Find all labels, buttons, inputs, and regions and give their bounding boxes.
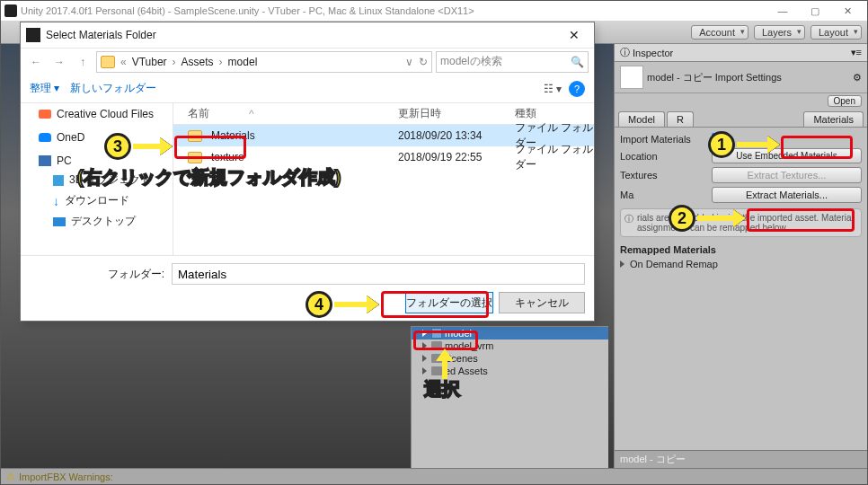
sidebar-item-3d[interactable]: 3D オブジェクト: [21, 170, 173, 190]
dialog-close-button[interactable]: ✕: [560, 28, 589, 42]
open-button[interactable]: Open: [828, 95, 862, 107]
folder-icon: [101, 56, 115, 68]
folder-icon: [188, 152, 202, 163]
layout-dropdown[interactable]: Layout: [810, 25, 862, 40]
sidebar-item-ccloud[interactable]: Creative Cloud Files: [21, 105, 173, 123]
download-icon: ↓: [53, 197, 59, 206]
inspector-tab-label: Inspector: [633, 48, 673, 58]
search-input[interactable]: modelの検索 🔍: [436, 51, 589, 73]
gear-icon[interactable]: ⚙: [853, 72, 862, 84]
extract-textures-button[interactable]: Extract Textures...: [712, 167, 862, 183]
chevron-right-icon: ›: [219, 56, 223, 68]
dialog-toolbar: 整理 ▾ 新しいフォルダー ☷ ▾ ?: [21, 75, 594, 103]
breadcrumb-item[interactable]: model: [228, 56, 258, 68]
sidebar-item-download[interactable]: ↓ダウンロード: [21, 190, 173, 211]
cube-icon: [53, 175, 64, 186]
file-date: 2018/09/19 22:55: [398, 151, 515, 163]
column-name[interactable]: 名前: [188, 106, 209, 121]
layers-dropdown[interactable]: Layers: [754, 25, 805, 40]
folder-label: フォルダー:: [30, 267, 164, 282]
label-import-materials: Import Materials: [620, 134, 708, 145]
expand-icon[interactable]: [620, 260, 624, 268]
prefab-icon: [431, 328, 442, 339]
file-list: 名前^ 更新日時 種類 Materials 2018/09/20 13:34 フ…: [173, 103, 594, 255]
dialog-titlebar: Select Materials Folder ✕: [21, 22, 594, 48]
file-name: texture: [211, 151, 244, 163]
pc-icon: [39, 155, 51, 166]
unity-logo-icon: [26, 28, 40, 42]
cancel-button[interactable]: キャンセル: [499, 292, 585, 313]
on-demand-remap[interactable]: On Demand Remap: [630, 259, 718, 269]
file-row-texture[interactable]: texture 2018/09/19 22:55 ファイル フォルダー: [173, 146, 594, 168]
project-panel: model model_vrm Scenes ed Assets: [411, 326, 608, 468]
location-dropdown[interactable]: Use Embedded Materials: [712, 148, 862, 163]
dialog-nav: ← → ↑ « VTuber › Assets › model ∨ ↻ mode…: [21, 48, 594, 75]
info-box: ⓘ rials are embedded inside the imported…: [620, 208, 862, 237]
sidebar-item-desktop[interactable]: デスクトップ: [21, 211, 173, 232]
label-materials: Ma: [620, 190, 708, 200]
sort-icon: ^: [249, 108, 254, 120]
status-text: ImportFBX Warnings:: [19, 472, 113, 482]
dialog-sidebar: Creative Cloud Files OneD PC 3D オブジェクト ↓…: [21, 103, 173, 255]
project-item-assets[interactable]: ed Assets: [412, 365, 608, 377]
column-date[interactable]: 更新日時: [398, 106, 515, 121]
view-options-button[interactable]: ☷ ▾: [544, 83, 562, 95]
nav-back-button[interactable]: ←: [26, 52, 46, 72]
breadcrumb-item[interactable]: VTuber: [132, 56, 167, 68]
inspector-icon: ⓘ: [620, 46, 630, 59]
extract-materials-button[interactable]: Extract Materials...: [712, 187, 862, 203]
search-placeholder: modelの検索: [440, 54, 502, 69]
chevron-right-icon: ›: [173, 56, 176, 68]
nav-forward-button[interactable]: →: [49, 52, 69, 72]
annotation-arrow-select: [442, 361, 447, 379]
folder-name-input[interactable]: [172, 263, 585, 285]
refresh-icon[interactable]: ↻: [419, 56, 428, 68]
expand-icon[interactable]: [422, 342, 427, 349]
warning-icon: ⚠: [6, 471, 15, 482]
import-materials-checkbox[interactable]: [712, 133, 723, 145]
expand-icon[interactable]: [422, 330, 427, 337]
sidebar-item-onedrive[interactable]: OneD: [21, 128, 173, 146]
file-type: ファイル フォルダー: [515, 142, 594, 172]
file-date: 2018/09/20 13:34: [398, 129, 515, 142]
unity-logo-icon: [4, 4, 17, 17]
inspector-tab[interactable]: ⓘ Inspector ▾≡: [615, 44, 867, 62]
help-icon[interactable]: ?: [569, 81, 585, 97]
onedrive-icon: [39, 133, 51, 142]
label-location: Location: [620, 151, 708, 162]
folder-dialog: Select Materials Folder ✕ ← → ↑ « VTuber…: [20, 22, 595, 322]
label-textures: Textures: [620, 170, 708, 181]
folder-icon: [431, 366, 442, 375]
minimize-button[interactable]: —: [766, 2, 799, 20]
tab-menu-icon[interactable]: ▾≡: [851, 47, 862, 58]
close-button[interactable]: ✕: [831, 2, 864, 20]
sidebar-label: 3D オブジェクト: [69, 172, 151, 188]
expand-icon[interactable]: [422, 355, 427, 362]
expand-icon[interactable]: [422, 367, 427, 375]
new-folder-button[interactable]: 新しいフォルダー: [70, 81, 156, 96]
inspector-title: model - コピー Import Settings: [647, 71, 782, 84]
search-icon: 🔍: [571, 56, 584, 68]
breadcrumb-bar[interactable]: « VTuber › Assets › model ∨ ↻: [96, 51, 432, 73]
nav-up-button[interactable]: ↑: [73, 52, 93, 72]
select-folder-button[interactable]: フォルダーの選択: [405, 292, 493, 313]
tab-materials[interactable]: Materials: [803, 111, 864, 127]
inspector-footer: model - コピー: [615, 450, 867, 468]
sidebar-item-pc[interactable]: PC: [21, 152, 173, 170]
chevron-right-icon: «: [120, 56, 127, 68]
folder-icon: [188, 130, 202, 142]
account-dropdown[interactable]: Account: [691, 25, 748, 40]
tab-r[interactable]: R: [667, 111, 694, 127]
dropdown-icon[interactable]: ∨: [405, 56, 413, 68]
project-item-model[interactable]: model: [412, 327, 608, 340]
dialog-title: Select Materials Folder: [46, 29, 156, 41]
breadcrumb-item[interactable]: Assets: [182, 56, 214, 68]
desktop-icon: [53, 217, 66, 226]
tab-model[interactable]: Model: [618, 111, 665, 127]
sidebar-label: ダウンロード: [65, 193, 129, 208]
column-type[interactable]: 種類: [515, 106, 594, 121]
organize-button[interactable]: 整理 ▾: [30, 81, 59, 96]
maximize-button[interactable]: ▢: [799, 2, 831, 20]
sidebar-label: Creative Cloud Files: [57, 108, 154, 120]
remapped-heading: Remapped Materials: [620, 244, 862, 255]
